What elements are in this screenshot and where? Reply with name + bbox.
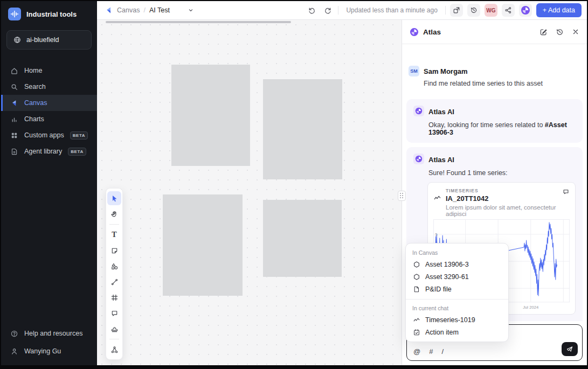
- stamp-tool-icon[interactable]: [107, 322, 121, 336]
- horizontal-scrollbar[interactable]: [106, 21, 291, 23]
- popup-item-timeseries-1019[interactable]: Timeseries-1019: [406, 314, 508, 326]
- ai-name: Atlas AI: [428, 154, 454, 164]
- add-data-button[interactable]: + Add data: [536, 3, 582, 17]
- svg-text:5: 5: [435, 232, 438, 237]
- project-selector[interactable]: ai-bluefield: [6, 30, 92, 50]
- comment-icon[interactable]: [562, 188, 570, 196]
- user-menu[interactable]: Wanying Gu: [10, 347, 88, 356]
- beta-badge: BETA: [68, 148, 86, 156]
- divider: [109, 224, 119, 225]
- user-avatar: SM: [409, 66, 419, 76]
- panel-title: Atlas: [423, 28, 441, 36]
- breadcrumb-app[interactable]: Canvas: [117, 6, 140, 14]
- divider: [338, 6, 338, 15]
- sidebar-item-charts[interactable]: Charts: [1, 111, 97, 127]
- popup-item-label: Timeseries-1019: [425, 316, 475, 324]
- hash-icon[interactable]: #: [429, 347, 433, 356]
- sidebar-item-label: Canvas: [24, 99, 47, 107]
- topbar: Canvas / AI Test Updated less than a min…: [97, 1, 587, 20]
- atlas-header-actions: [539, 28, 579, 36]
- ai-message-header: Atlas AI: [413, 154, 576, 164]
- shapes-tool-icon[interactable]: [107, 259, 121, 273]
- canvas-placeholder-rect[interactable]: [163, 194, 243, 296]
- text-tool-icon[interactable]: T: [107, 228, 121, 242]
- redo-icon[interactable]: [322, 4, 334, 16]
- beta-badge: BETA: [70, 131, 88, 140]
- globe-icon: [13, 36, 22, 44]
- hexagon-icon: [412, 273, 420, 281]
- sidebar-item-label: Search: [24, 83, 46, 90]
- panel-resize-handle[interactable]: [398, 191, 406, 201]
- open-in-window-icon[interactable]: [450, 4, 463, 17]
- canvas-toolbar: T: [106, 188, 123, 360]
- chevron-down-icon[interactable]: [188, 7, 194, 13]
- canvas-placeholder-rect[interactable]: [263, 79, 342, 179]
- atlas-logo-icon[interactable]: [519, 4, 532, 17]
- card-title: IA_20TT1042: [446, 194, 558, 203]
- hand-tool-icon[interactable]: [107, 207, 121, 221]
- breadcrumb-page[interactable]: AI Test: [149, 6, 170, 14]
- pointer-tool-icon[interactable]: [107, 191, 121, 205]
- app-name: Industrial tools: [26, 10, 77, 18]
- share-icon[interactable]: [502, 4, 515, 17]
- history-icon[interactable]: [467, 4, 480, 17]
- undo-icon[interactable]: [306, 4, 317, 16]
- canvas-placeholder-rect[interactable]: [263, 200, 342, 277]
- popup-item-action-item[interactable]: Action item: [406, 326, 508, 338]
- new-chat-icon[interactable]: [539, 28, 548, 36]
- mention-popup: In Canvas Asset 13906-3 Asset 3290-61 P&…: [405, 243, 509, 342]
- close-icon[interactable]: [572, 28, 579, 36]
- sidebar-item-home[interactable]: Home: [1, 62, 97, 79]
- popup-item-label: Action item: [425, 329, 459, 336]
- popup-item-pid-file[interactable]: P&ID file: [406, 283, 508, 295]
- card-description: Lorem ipsum dolor sit amet, consectetur …: [446, 204, 558, 217]
- ai-name: Atlas AI: [428, 106, 454, 116]
- ai-message-text: Sure! Found 1 time series:: [428, 169, 576, 177]
- breadcrumb-separator: /: [143, 6, 145, 14]
- agent-library-icon: [10, 147, 18, 156]
- divider: [445, 6, 446, 15]
- popup-item-label: P&ID file: [425, 286, 452, 293]
- slash-icon[interactable]: /: [441, 347, 444, 356]
- custom-apps-icon: [10, 131, 18, 140]
- canvas-area[interactable]: T: [97, 20, 402, 365]
- sidebar-item-agent-library[interactable]: Agent library BETA: [1, 143, 97, 159]
- atlas-header: Atlas: [402, 20, 587, 44]
- search-icon: [10, 82, 18, 91]
- topbar-actions: Updated less than a minute ago WG + Add …: [306, 3, 582, 17]
- popup-section-title: In current chat: [406, 301, 508, 314]
- sidebar-item-label: Home: [24, 67, 42, 74]
- atlas-logo-icon: [410, 27, 419, 37]
- person-icon: [10, 347, 18, 356]
- timeseries-icon: [412, 316, 420, 324]
- help-and-resources[interactable]: Help and resources: [10, 329, 88, 338]
- at-icon[interactable]: @: [413, 347, 420, 356]
- comment-tool-icon[interactable]: [107, 306, 121, 320]
- sidebar-item-search[interactable]: Search: [1, 79, 97, 95]
- timeseries-icon: [433, 194, 441, 202]
- user-message-name: Sam Morgam: [424, 66, 543, 75]
- send-button[interactable]: [562, 342, 578, 356]
- sidebar-item-canvas[interactable]: Canvas: [1, 95, 97, 111]
- chat-history-icon[interactable]: [556, 28, 564, 36]
- sidebar-footer: Help and resources Wanying Gu: [1, 324, 97, 365]
- canvas-placeholder-rect[interactable]: [171, 65, 250, 166]
- breadcrumb: Canvas / AI Test: [105, 6, 194, 15]
- app-window: Industrial tools ai-bluefield Home Searc…: [0, 0, 588, 369]
- ai-message-header: Atlas AI: [413, 106, 576, 116]
- connector-tool-icon[interactable]: [107, 275, 121, 289]
- drag-dots-icon: [400, 193, 404, 199]
- sidebar-item-label: Agent library: [24, 148, 62, 155]
- sidebar-nav: Home Search Canvas Charts: [1, 62, 97, 159]
- popup-item-asset-3290-61[interactable]: Asset 3290-61: [406, 270, 508, 283]
- popup-item-asset-13906-3[interactable]: Asset 13906-3: [406, 258, 508, 270]
- frame-tool-icon[interactable]: [107, 290, 121, 304]
- avatar[interactable]: WG: [485, 4, 497, 17]
- graph-tool-icon[interactable]: [107, 343, 121, 357]
- sidebar-item-custom-apps[interactable]: Custom apps BETA: [1, 127, 97, 143]
- help-label: Help and resources: [24, 330, 82, 337]
- charts-icon: [10, 115, 18, 123]
- user-name: Wanying Gu: [24, 347, 61, 355]
- sidebar-item-label: Custom apps: [24, 131, 64, 139]
- sticky-note-tool-icon[interactable]: [107, 243, 121, 257]
